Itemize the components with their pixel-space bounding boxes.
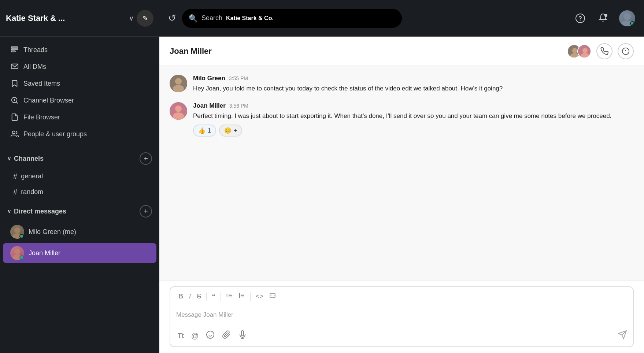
hash-icon: # <box>13 188 17 196</box>
svg-rect-1 <box>11 49 18 50</box>
strikethrough-button[interactable]: S <box>195 291 203 302</box>
help-button[interactable]: ? <box>572 10 588 26</box>
search-workspace-text: Katie Stark & Co. <box>226 15 274 22</box>
unordered-list-button[interactable] <box>236 291 247 302</box>
bold-button[interactable]: B <box>176 291 185 302</box>
svg-line-5 <box>16 102 18 103</box>
add-reaction-button[interactable]: 😊 + <box>219 125 242 137</box>
channel-general-label: general <box>21 172 43 180</box>
bottom-toolbar: Tt @ <box>170 325 633 346</box>
svg-rect-0 <box>11 47 18 48</box>
sidebar-navigation: Threads All DMs Saved Items Channel Brow… <box>0 37 159 147</box>
message-content: Joan Miller 3:56 PM Perfect timing. I wa… <box>193 102 634 137</box>
sidebar-item-file-browser[interactable]: File Browser <box>3 109 156 125</box>
dm-item-milo-green[interactable]: Milo Green (me) <box>3 222 156 242</box>
sidebar-item-all-dms-label: All DMs <box>23 63 46 71</box>
channel-random-label: random <box>21 188 43 196</box>
toolbar-divider <box>206 293 207 301</box>
sidebar-item-threads[interactable]: Threads <box>3 42 156 58</box>
sidebar-item-channel-browser[interactable]: Channel Browser <box>3 92 156 108</box>
sidebar-item-saved-items-label: Saved Items <box>23 80 60 88</box>
participants-avatars <box>567 44 591 58</box>
all-dms-icon <box>10 62 19 71</box>
dms-section-label: Direct messages <box>14 208 66 215</box>
topbar-right: ? <box>572 10 635 26</box>
voice-button[interactable] <box>237 329 248 343</box>
reactions-bar: 👍 1 😊 + <box>193 125 634 137</box>
code-button[interactable]: <> <box>253 291 266 302</box>
joan-avatar-wrap <box>10 246 24 260</box>
chat-header: Joan Miller <box>159 37 644 66</box>
compose-button[interactable]: ✎ <box>137 10 153 27</box>
sidebar: Katie Stark & ... ∨ ✎ Threads All DMs Sa… <box>0 0 159 353</box>
table-row: Joan Miller 3:56 PM Perfect timing. I wa… <box>170 102 634 137</box>
online-status-indicator <box>19 234 24 238</box>
attachment-button[interactable] <box>221 329 232 343</box>
sidebar-item-random[interactable]: # random <box>3 185 156 199</box>
code-block-button[interactable] <box>267 291 278 302</box>
sidebar-item-saved-items[interactable]: Saved Items <box>3 75 156 92</box>
svg-point-31 <box>175 105 182 112</box>
sidebar-header: Katie Stark & ... ∨ ✎ <box>0 0 159 37</box>
add-channel-button[interactable]: + <box>140 152 152 165</box>
text-format-button[interactable]: Tt <box>176 331 185 341</box>
italic-button[interactable]: I <box>187 291 193 302</box>
toolbar-divider <box>250 293 251 301</box>
svg-point-28 <box>175 78 182 85</box>
add-reaction-symbol: + <box>234 127 237 134</box>
send-button[interactable] <box>618 330 627 342</box>
chat-title: Joan Miller <box>170 47 212 56</box>
topbar: ↺ 🔍 Search Katie Stark & Co. ? <box>159 0 644 37</box>
sidebar-item-all-dms[interactable]: All DMs <box>3 59 156 75</box>
channels-toggle-icon: ∨ <box>7 156 11 161</box>
svg-point-19 <box>572 48 577 53</box>
participant-avatar-joan <box>577 44 591 58</box>
user-avatar[interactable] <box>619 10 635 26</box>
sidebar-item-people-groups[interactable]: People & user groups <box>3 126 156 142</box>
online-status-indicator <box>19 255 24 260</box>
search-icon: 🔍 <box>189 14 198 23</box>
channels-section-left: ∨ Channels <box>7 155 44 163</box>
ordered-list-button[interactable]: 123 <box>224 291 235 302</box>
svg-point-50 <box>207 331 214 338</box>
notifications-button[interactable] <box>596 10 612 26</box>
dms-toggle-icon: ∨ <box>7 208 11 214</box>
svg-point-43 <box>239 297 240 298</box>
message-input-field[interactable]: Message Joan Miller <box>170 306 633 325</box>
dm-item-joan-miller[interactable]: Joan Miller <box>3 243 156 263</box>
reaction-count: 1 <box>208 127 211 134</box>
table-row: Milo Green 3:55 PM Hey Joan, you told me… <box>170 75 634 93</box>
channels-section-label: Channels <box>14 155 44 163</box>
quote-button[interactable]: ❝ <box>210 291 218 302</box>
message-time: 3:56 PM <box>229 103 248 109</box>
dm-milo-green-label: Milo Green (me) <box>29 228 76 236</box>
saved-items-icon <box>10 79 19 88</box>
message-time: 3:55 PM <box>229 75 248 81</box>
svg-point-22 <box>582 48 588 53</box>
search-bar[interactable]: 🔍 Search Katie Stark & Co. <box>182 9 402 28</box>
emoji-button[interactable] <box>204 329 216 343</box>
sidebar-item-general[interactable]: # general <box>3 169 156 183</box>
threads-icon <box>10 45 19 54</box>
call-button[interactable] <box>596 43 612 59</box>
history-button[interactable]: ↺ <box>168 12 176 24</box>
message-author: Milo Green <box>193 75 225 82</box>
svg-point-11 <box>14 249 20 254</box>
message-header: Milo Green 3:55 PM <box>193 75 634 82</box>
channels-section-header[interactable]: ∨ Channels + <box>0 149 159 168</box>
info-button[interactable] <box>618 43 634 59</box>
message-input-box: B I S ❝ 123 <> Message Joan Miller <box>170 286 634 347</box>
message-avatar-milo <box>170 75 187 92</box>
dms-section-header[interactable]: ∨ Direct messages + <box>0 202 159 220</box>
svg-rect-2 <box>11 51 15 52</box>
svg-text:?: ? <box>578 15 582 22</box>
svg-point-9 <box>14 227 20 233</box>
toolbar-divider <box>221 293 221 301</box>
mention-button[interactable]: @ <box>190 330 200 342</box>
message-input-area: B I S ❝ 123 <> Message Joan Miller <box>159 280 644 353</box>
svg-point-8 <box>12 131 15 134</box>
message-header: Joan Miller 3:56 PM <box>193 102 634 109</box>
thumbs-up-reaction[interactable]: 👍 1 <box>193 125 216 137</box>
add-dm-button[interactable]: + <box>140 205 152 218</box>
chat-header-right <box>567 43 634 59</box>
